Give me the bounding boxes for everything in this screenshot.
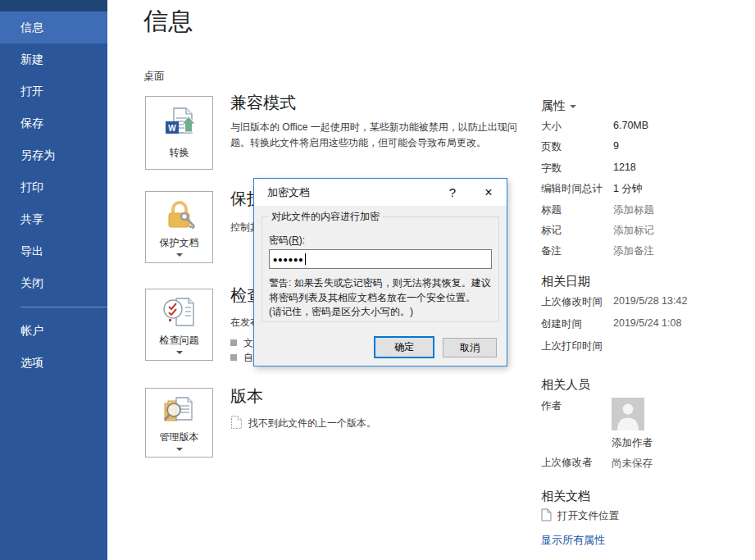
property-value-words: 1218 [613, 162, 654, 182]
sidebar-item-save[interactable]: 保存 [0, 107, 107, 139]
last-modified-by-label: 上次修改者 [541, 456, 593, 470]
help-icon[interactable]: ? [434, 179, 471, 206]
page-title: 信息 [143, 5, 193, 39]
warning-line-2: (请记住，密码是区分大小写的。) [269, 305, 493, 320]
encrypt-groupbox: 对此文件的内容进行加密 密码(R): •••••• 警告: 如果丢失或忘记密码，… [262, 216, 499, 322]
password-label-prefix: 密码( [269, 234, 292, 246]
warning-line-1: 警告: 如果丢失或忘记密码，则无法将其恢复。建议将密码列表及其相应文档名放在一个… [269, 276, 493, 305]
related-dates-title-label: 相关日期 [541, 274, 590, 289]
add-comments-field[interactable]: 添加备注 [613, 244, 654, 265]
date-label: 上次修改时间 [541, 295, 613, 317]
check-issues-button-label: 检查问题 [160, 334, 199, 348]
password-access-key: R [292, 234, 299, 246]
sidebar-item-open[interactable]: 打开 [0, 75, 107, 107]
sidebar-item-label: 新建 [20, 52, 43, 67]
property-label: 备注 [541, 244, 613, 265]
add-tag-field[interactable]: 添加标记 [613, 224, 654, 244]
avatar [612, 398, 644, 430]
show-all-properties-link[interactable]: 显示所有属性 [541, 533, 605, 548]
close-icon[interactable]: × [471, 179, 507, 206]
sidebar-divider [20, 307, 107, 307]
sidebar-item-options[interactable]: 选项 [0, 347, 107, 379]
convert-button[interactable]: W 转换 [145, 96, 213, 170]
property-value-size: 6.70MB [613, 120, 654, 140]
sidebar-top-strip [0, 0, 107, 11]
sidebar-item-label: 帐户 [20, 324, 43, 339]
sidebar-item-close[interactable]: 关闭 [0, 267, 107, 299]
sidebar-item-label: 打印 [20, 180, 43, 195]
last-modified-value: 2019/5/28 13:42 [613, 295, 687, 317]
add-title-field[interactable]: 添加标题 [613, 203, 654, 224]
cancel-button[interactable]: 取消 [443, 338, 497, 357]
versions-body: 找不到此文件的上一个版本。 [248, 417, 376, 430]
related-documents-title: 相关文档 [541, 489, 590, 504]
properties-title: 属性 [541, 98, 566, 114]
dashed-document-icon [230, 415, 243, 432]
dropdown-caret-icon [176, 253, 183, 257]
dialog-title: 加密文档 [254, 185, 434, 200]
add-author-field[interactable]: 添加作者 [612, 436, 653, 450]
convert-button-label: 转换 [170, 146, 189, 160]
last-printed-value [613, 339, 687, 362]
groupbox-legend: 对此文件的内容进行加密 [268, 210, 383, 224]
sidebar-item-account[interactable]: 帐户 [0, 315, 107, 347]
document-outline-icon [541, 508, 552, 524]
password-warning: 警告: 如果丢失或忘记密码，则无法将其恢复。建议将密码列表及其相应文档名放在一个… [269, 276, 493, 320]
text-caret [305, 253, 306, 265]
sidebar-item-label: 导出 [20, 244, 43, 259]
compatibility-section: 兼容模式 与旧版本的 Office 一起使用时，某些新功能被禁用，以防止出现问题… [230, 92, 522, 151]
versions-title: 版本 [230, 385, 522, 407]
inspect-bullet-text: 文 [243, 336, 253, 350]
inspect-document-icon [161, 296, 198, 332]
dropdown-caret-icon [176, 448, 183, 451]
property-value-pages: 9 [613, 140, 654, 161]
properties-table: 大小 6.70MB 页数 9 字数 1218 编辑时间总计 1 分钟 标题 添加… [541, 120, 654, 266]
sidebar-item-label: 选项 [20, 356, 43, 371]
lock-key-icon [161, 198, 198, 234]
property-label: 标题 [541, 203, 613, 224]
backstage-sidebar: 信息 新建 打开 保存 另存为 打印 共享 导出 关闭 帐户 选项 [0, 0, 107, 560]
word-convert-icon: W [161, 107, 198, 144]
versions-section: 版本 找不到此文件的上一个版本。 [230, 385, 522, 432]
property-label: 编辑时间总计 [541, 182, 613, 203]
sidebar-item-label: 关闭 [20, 276, 43, 291]
last-modified-by-value: 尚未保存 [612, 457, 653, 471]
property-label: 大小 [541, 120, 613, 140]
versions-stack-icon [161, 394, 198, 429]
protect-document-button[interactable]: 保护文档 [145, 191, 213, 263]
dialog-titlebar[interactable]: 加密文档 ? × [254, 179, 507, 206]
dropdown-caret-icon [570, 105, 576, 108]
inspect-bullet-text: 自 [243, 351, 253, 365]
date-label: 上次打印时间 [541, 339, 613, 362]
backstage-view: 信息 新建 打开 保存 另存为 打印 共享 导出 关闭 帐户 选项 信息 桌面 … [0, 0, 755, 560]
encrypt-document-dialog: 加密文档 ? × 对此文件的内容进行加密 密码(R): •••••• 警告: 如… [253, 178, 507, 367]
manage-versions-button[interactable]: 管理版本 [145, 388, 213, 458]
sidebar-item-new[interactable]: 新建 [0, 43, 107, 75]
open-file-location-link[interactable]: 打开文件位置 [541, 508, 619, 524]
password-label: 密码(R): [269, 234, 305, 248]
sidebar-item-print[interactable]: 打印 [0, 171, 107, 203]
property-label: 页数 [541, 140, 613, 161]
related-people-title-label: 相关人员 [541, 377, 590, 393]
sidebar-item-save-as[interactable]: 另存为 [0, 139, 107, 171]
protect-document-button-label: 保护文档 [160, 236, 199, 250]
document-location: 桌面 [143, 69, 165, 84]
sidebar-item-export[interactable]: 导出 [0, 235, 107, 267]
related-people-title: 相关人员 [541, 377, 590, 393]
password-dots: •••••• [273, 253, 304, 266]
sidebar-item-label: 打开 [20, 84, 43, 99]
compatibility-title: 兼容模式 [230, 92, 522, 114]
password-input[interactable]: •••••• [269, 249, 492, 269]
sidebar-item-share[interactable]: 共享 [0, 203, 107, 235]
sidebar-item-label: 信息 [20, 20, 43, 35]
sidebar-item-label: 共享 [20, 212, 43, 227]
bullet-square-icon [230, 339, 237, 346]
sidebar-item-info[interactable]: 信息 [0, 11, 107, 43]
check-issues-button[interactable]: 检查问题 [145, 289, 213, 361]
created-value: 2019/5/24 1:08 [613, 317, 687, 339]
author-label: 作者 [541, 399, 562, 413]
related-dates-title: 相关日期 [541, 274, 590, 289]
ok-button[interactable]: 确定 [374, 336, 434, 358]
properties-dropdown[interactable]: 属性 [541, 98, 576, 114]
related-dates-table: 上次修改时间 2019/5/28 13:42 创建时间 2019/5/24 1:… [541, 295, 687, 362]
